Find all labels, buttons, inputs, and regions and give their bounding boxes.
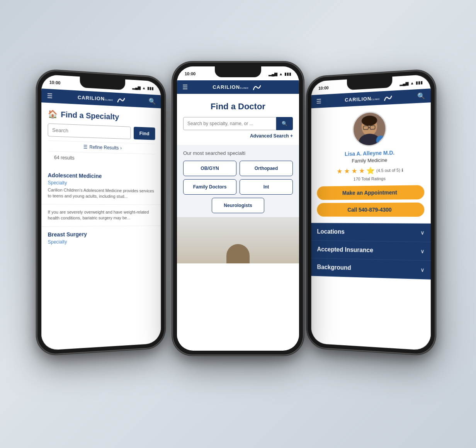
logo-wave-center [253,84,261,90]
wifi-icon-c: ▲ [279,72,283,76]
specialty-tile-int[interactable]: Int [240,179,293,195]
battery-icon-r: ▮▮▮ [416,80,423,85]
accordion-label-background: Background [317,264,351,272]
appointment-button[interactable]: Make an Appointment [317,185,424,200]
call-button[interactable]: Call 540-879-4300 [317,202,424,217]
rating-text: (4.5 out of 5) ℹ [376,168,403,173]
time-right: 10:00 [318,85,328,90]
logo-wave-right [384,94,392,101]
bottom-figure [226,244,250,263]
specialty-type-breast: Specialty [48,238,155,245]
star-1: ★ [337,167,342,175]
status-icons-center: ▂▄▆ ▲ ▮▮▮ [269,72,291,76]
star-4: ★ [359,166,365,175]
screen-right: ✓ Lisa A. Alleyne M.D. Family Medicine ★… [311,102,431,347]
chevron-locations: ∨ [420,229,424,236]
logo-center: CARILIONCLINIC [212,84,261,90]
specialty-item-breast[interactable]: Breast Surgery Specialty [41,226,161,250]
chevron-insurance: ∨ [420,248,424,255]
search-row-left: Find [48,123,155,140]
specialty-tile-obgyn[interactable]: OB/GYN [183,161,236,176]
refine-label: Refine Results [89,144,119,151]
phones-container: 10:00 ▂▄▆ ▲ ▮▮▮ ☰ CARILIONCLINIC 🔍 [26,19,450,429]
menu-icon-right[interactable]: ☰ [316,98,321,105]
doctor-specialty: Family Medicine [317,156,424,165]
accordion-label-insurance: Accepted Insurance [317,246,373,254]
logo-text-right: CARILIONCLINIC [345,95,380,103]
advanced-search-link[interactable]: Advanced Search + [183,130,293,139]
search-icon-right[interactable]: 🔍 [417,92,425,100]
stars-row: ★ ★ ★ ★ ⭐ (4.5 out of 5) ℹ [317,165,424,176]
app-header-center: ☰ CARILIONCLINIC [177,80,299,94]
doctor-profile: ✓ Lisa A. Alleyne M.D. Family Medicine ★… [311,102,431,224]
chevron-background: ∨ [420,266,424,273]
avatar-badge: ✓ [376,136,386,145]
specialty-item-adolescent[interactable]: Adolescent Medicine Specialty Carilion C… [41,167,161,205]
phone-left: 10:00 ▂▄▆ ▲ ▮▮▮ ☰ CARILIONCLINIC 🔍 [37,69,165,356]
specialty-tile-ortho[interactable]: Orthopaed [240,161,293,176]
logo-text-left: CARILIONCLINIC [78,95,113,102]
logo-wave-left [117,96,125,103]
time-center: 10:00 [185,71,196,76]
search-icon-left[interactable]: 🔍 [149,97,156,105]
notch-center [215,66,261,77]
accordion-label-locations: Locations [317,228,344,235]
star-2: ★ [344,167,350,175]
wifi-icon-r: ▲ [410,81,414,85]
signal-icon: ▂▄▆ [132,85,141,90]
star-3: ★ [352,167,357,175]
logo-left: CARILIONCLINIC [78,94,125,103]
find-doctor-heading: Find a Doctor [183,102,293,112]
home-icon: 🏠 [48,109,58,119]
specialty-tile-family[interactable]: Family Doctors [183,179,236,195]
accordion-insurance[interactable]: Accepted Insurance ∨ [311,241,431,261]
filter-icon: ☰ [83,144,88,149]
doctor-search-input[interactable] [183,117,276,130]
battery-icon: ▮▮▮ [147,86,154,90]
screen-left: 🏠 Find a Specialty Find ☰ Refine Results… [41,102,161,347]
signal-icon-c: ▂▄▆ [269,72,277,76]
specialty-name-breast: Breast Surgery [48,230,155,238]
phone-right: 10:00 ▂▄▆ ▲ ▮▮▮ ☰ CARILIONCLINIC 🔍 [307,69,435,356]
accordion-background[interactable]: Background ∨ [311,258,431,280]
search-input-left[interactable] [48,123,131,139]
time-left: 10:00 [49,80,61,85]
weight-item: If you are severely overweight and have … [41,204,161,226]
most-searched-section: Our most searched specialti OB/GYN Ortho… [177,145,299,217]
signal-icon-r: ▂▄▆ [400,81,408,86]
specialty-name-adolescent: Adolescent Medicine [48,172,155,180]
chevron-right-icon: › [120,145,122,151]
battery-icon-c: ▮▮▮ [284,72,291,76]
logo-text-center: CARILIONCLINIC [212,84,249,90]
status-icons-right: ▂▄▆ ▲ ▮▮▮ [400,80,423,86]
wifi-icon: ▲ [142,86,146,90]
find-button[interactable]: Find [134,127,155,140]
most-searched-title: Our most searched specialti [183,150,293,156]
phone-center: 10:00 ▂▄▆ ▲ ▮▮▮ ☰ CARILIONCLINIC [172,62,304,355]
screen-center: Find a Doctor 🔍 Advanced Search + Our mo… [177,94,299,347]
accordion-locations[interactable]: Locations ∨ [311,223,431,242]
avatar: ✓ [352,111,386,147]
specialty-grid: OB/GYN Orthopaed Family Doctors Int [183,161,293,195]
find-specialty-heading: Find a Specialty [61,110,119,121]
logo-right: CARILIONCLINIC [345,94,392,103]
specialty-desc-adolescent: Carilion Children's Adolescent Medicine … [48,187,155,200]
status-icons-left: ▂▄▆ ▲ ▮▮▮ [132,85,154,90]
menu-icon-center[interactable]: ☰ [182,83,188,91]
find-doctor-header: Find a Doctor 🔍 Advanced Search + [177,94,299,145]
find-specialty-title: 🏠 Find a Specialty [48,109,155,123]
center-screen-bottom [177,217,299,263]
results-count: 64 results [48,151,155,166]
doctor-search-row: 🔍 [183,117,293,130]
star-half: ⭐ [366,166,375,175]
menu-icon-left[interactable]: ☰ [47,92,53,100]
ratings-count: 170 Total Ratings [317,176,424,182]
doctor-search-button[interactable]: 🔍 [276,117,293,130]
specialty-tile-neuro[interactable]: Neurologists [212,198,264,213]
specialty-type-adolescent: Specialty [48,180,155,187]
